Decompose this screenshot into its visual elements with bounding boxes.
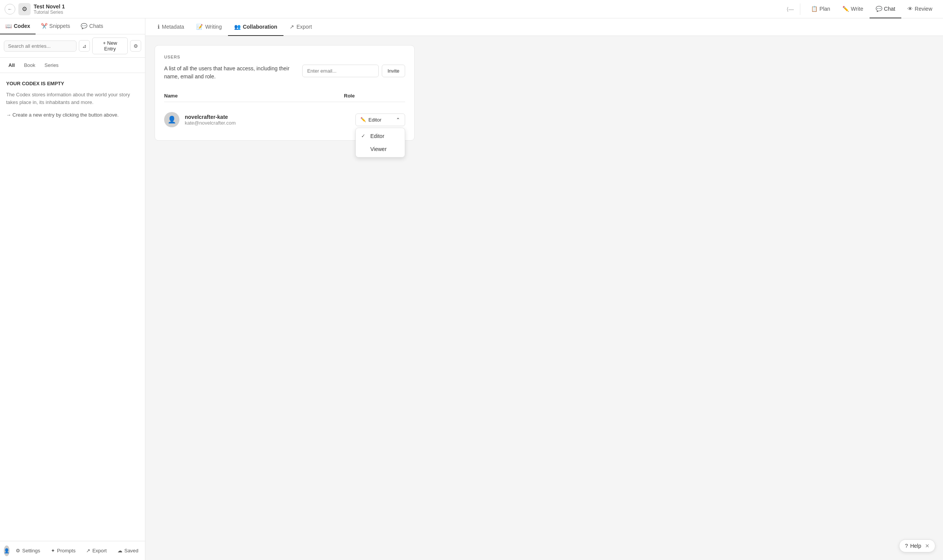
role-dropdown: ✏️ Editor ⌃ ✓ Editor xyxy=(355,114,405,126)
sidebar-tab-chats[interactable]: 💬 Chats xyxy=(75,18,109,34)
tab-export-label: Export xyxy=(296,24,312,30)
empty-hint: → Create a new entry by clicking the but… xyxy=(6,112,139,118)
sidebar: 📖 Codex ✂️ Snippets 💬 Chats ⊿ xyxy=(0,18,145,560)
tab-writing[interactable]: 📝 Writing xyxy=(190,18,228,36)
help-button[interactable]: ? Help ✕ xyxy=(899,539,935,552)
user-row: 👤 novelcrafter-kate kate@novelcrafter.co… xyxy=(164,108,405,131)
section-title: USERS xyxy=(164,55,405,59)
user-email: kate@novelcrafter.com xyxy=(185,120,355,126)
new-entry-button[interactable]: + New Entry xyxy=(92,37,128,54)
plan-icon: 📋 xyxy=(811,6,818,12)
settings-bottom-icon: ⚙ xyxy=(16,548,20,554)
tab-collaboration-label: Collaboration xyxy=(243,24,277,30)
metadata-icon: ℹ xyxy=(158,24,160,30)
chats-icon: 💬 xyxy=(81,23,87,29)
codex-icon: 📖 xyxy=(5,23,12,29)
sidebar-tabs: 📖 Codex ✂️ Snippets 💬 Chats xyxy=(0,18,145,34)
role-select-button[interactable]: ✏️ Editor ⌃ xyxy=(355,114,405,126)
user-name: novelcrafter-kate xyxy=(185,114,355,120)
settings-bottom-label: Settings xyxy=(22,548,40,554)
write-icon: ✏️ xyxy=(842,6,849,12)
col-name-header: Name xyxy=(164,93,344,99)
invite-button[interactable]: Invite xyxy=(382,65,405,77)
prompts-bottom-label: Prompts xyxy=(57,548,75,554)
saved-bottom-label: Saved xyxy=(124,548,138,554)
tab-export[interactable]: ↗ Export xyxy=(283,18,318,36)
tab-review-label: Review xyxy=(915,6,932,12)
export-bottom-item[interactable]: ↗ Export xyxy=(81,545,111,556)
app-subtitle: Tutorial Series xyxy=(34,10,782,15)
invite-button-label: Invite xyxy=(388,68,399,74)
filter-tab-book[interactable]: Book xyxy=(20,61,40,70)
back-button[interactable]: ← xyxy=(5,4,15,15)
filter-button[interactable]: ⊿ xyxy=(79,40,90,52)
app-logo: ⚙ xyxy=(18,3,31,15)
col-role-header: Role xyxy=(344,93,405,99)
role-selected-label: Editor xyxy=(368,117,381,123)
help-close-button[interactable]: ✕ xyxy=(925,543,930,549)
settings-icon: ⚙ xyxy=(134,43,138,49)
nav-divider xyxy=(800,3,800,15)
sidebar-tab-chats-label: Chats xyxy=(89,23,103,29)
snippets-icon: ✂️ xyxy=(41,23,47,29)
collapse-button[interactable]: ⟨— xyxy=(785,5,795,14)
sidebar-settings-button[interactable]: ⚙ xyxy=(130,40,141,52)
avatar-placeholder: 👤 xyxy=(4,548,10,554)
review-icon: 👁 xyxy=(907,6,913,12)
empty-description: The Codex stores information about the w… xyxy=(6,91,139,106)
filter-tab-series[interactable]: Series xyxy=(40,61,63,70)
user-avatar-icon: 👤 xyxy=(164,112,179,127)
writing-icon: 📝 xyxy=(196,24,203,30)
back-icon: ← xyxy=(8,6,12,12)
tab-write[interactable]: ✏️ Write xyxy=(836,0,869,18)
saved-bottom-item[interactable]: ☁ Saved xyxy=(113,545,143,556)
prompts-bottom-item[interactable]: ✦ Prompts xyxy=(46,545,80,556)
export-bottom-icon: ↗ xyxy=(86,548,90,554)
tab-chat-label: Chat xyxy=(884,6,896,12)
chevron-up-icon: ⌃ xyxy=(396,117,400,123)
tab-collaboration[interactable]: 👥 Collaboration xyxy=(228,18,283,36)
export-bottom-label: Export xyxy=(92,548,107,554)
saved-bottom-icon: ☁ xyxy=(117,548,122,554)
prompts-bottom-icon: ✦ xyxy=(51,548,55,554)
avatar-icon: 👤 xyxy=(168,115,176,124)
role-option-viewer[interactable]: Viewer xyxy=(356,143,405,156)
users-table-header: Name Role xyxy=(164,90,405,102)
help-label: Help xyxy=(910,543,921,549)
role-option-viewer-label: Viewer xyxy=(370,146,387,152)
sidebar-spacer xyxy=(0,125,145,541)
sidebar-tab-snippets[interactable]: ✂️ Snippets xyxy=(36,18,75,34)
invite-email-input[interactable] xyxy=(302,65,379,77)
collab-header: A list of all the users that have access… xyxy=(164,65,405,81)
tab-metadata[interactable]: ℹ Metadata xyxy=(151,18,190,36)
app-title: Test Novel 1 xyxy=(34,3,782,10)
sidebar-toolbar: ⊿ + New Entry ⚙ xyxy=(0,34,145,58)
check-icon: ✓ xyxy=(361,133,367,139)
role-option-editor-label: Editor xyxy=(370,133,384,139)
tab-metadata-label: Metadata xyxy=(162,24,184,30)
filter-tab-all[interactable]: All xyxy=(4,61,20,70)
chat-icon: 💬 xyxy=(876,6,882,12)
export-icon: ↗ xyxy=(290,24,294,30)
top-nav-tabs: 📋 Plan ✏️ Write 💬 Chat 👁 Review xyxy=(805,0,938,18)
user-avatar[interactable]: 👤 xyxy=(4,545,10,556)
tab-write-label: Write xyxy=(851,6,863,12)
collaboration-card: USERS A list of all the users that have … xyxy=(155,45,415,141)
tab-plan-label: Plan xyxy=(819,6,830,12)
tab-plan[interactable]: 📋 Plan xyxy=(805,0,836,18)
filter-icon: ⊿ xyxy=(82,43,86,49)
collaboration-icon: 👥 xyxy=(234,24,241,30)
sidebar-tab-codex[interactable]: 📖 Codex xyxy=(0,18,36,34)
settings-bottom-item[interactable]: ⚙ Settings xyxy=(11,545,45,556)
edit-icon: ✏️ xyxy=(360,117,366,122)
new-entry-label: + New Entry xyxy=(97,40,123,52)
role-select-inner: ✏️ Editor xyxy=(360,117,381,123)
role-option-editor[interactable]: ✓ Editor xyxy=(356,130,405,143)
role-dropdown-menu: ✓ Editor Viewer xyxy=(355,128,405,157)
bottom-bar: 👤 ⚙ Settings ✦ Prompts ↗ Export ☁ Saved xyxy=(0,541,145,560)
invite-row: Invite xyxy=(302,65,405,77)
tab-chat[interactable]: 💬 Chat xyxy=(870,0,902,18)
content-body: USERS A list of all the users that have … xyxy=(145,36,943,560)
search-input[interactable] xyxy=(4,41,77,52)
tab-review[interactable]: 👁 Review xyxy=(901,0,938,18)
